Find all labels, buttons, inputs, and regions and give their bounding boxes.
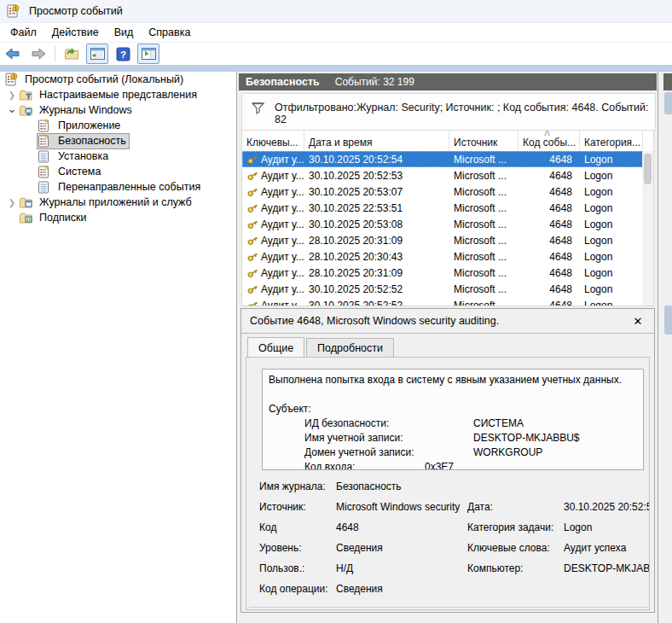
cell-keywords: Аудит у... — [242, 283, 304, 295]
tree-item-7[interactable]: Перенаправленные события — [0, 179, 236, 195]
column-header-3[interactable]: Код собы...ᐱ — [518, 131, 580, 151]
column-header-1[interactable]: Дата и время — [304, 131, 449, 151]
tree-item-3[interactable]: Приложение — [0, 118, 236, 133]
log-title: Безопасность — [246, 76, 320, 88]
tree-item-8[interactable]: ❯Журналы приложений и служб — [0, 195, 236, 210]
cell-source: Microsoft ... — [449, 202, 518, 214]
tree-item-body[interactable]: Система — [38, 165, 103, 179]
export-custom-view-button[interactable] — [61, 44, 83, 64]
keywords-text: Аудит у... — [261, 154, 304, 166]
audit-success-key-icon — [246, 154, 259, 165]
cell-event-id: 4648 — [518, 300, 580, 306]
chevron-right-icon[interactable]: ❯ — [5, 90, 19, 100]
field-value-2: 30.10.2025 20:52:54 — [564, 501, 649, 513]
toggle-action-pane-button[interactable] — [137, 44, 159, 64]
audit-success-key-icon — [246, 202, 259, 213]
tab-general[interactable]: Общие — [247, 337, 304, 357]
event-description-box[interactable]: Выполнена попытка входа в систему с явны… — [262, 369, 644, 470]
tree-item-body[interactable]: Безопасность — [38, 134, 129, 148]
tree-item-4[interactable]: Безопасность — [0, 133, 236, 148]
event-row-1[interactable]: Аудит у...30.10.2025 20:52:53Microsoft .… — [242, 167, 643, 183]
event-row-5[interactable]: Аудит у...28.10.2025 20:31:09Microsoft .… — [242, 232, 643, 248]
cell-keywords: Аудит у... — [242, 251, 304, 263]
menu-item-вид[interactable]: Вид — [107, 24, 142, 41]
tree-item-body[interactable]: Перенаправленные события — [38, 180, 203, 195]
arrow-left-icon — [4, 47, 21, 61]
cell-category: Logon — [580, 202, 643, 214]
description-intro: Выполнена попытка входа в систему с явны… — [269, 373, 643, 387]
tree-item-body[interactable]: Настраиваемые представления — [19, 88, 200, 102]
log-plain-icon — [38, 150, 52, 163]
cell-keywords: Аудит у... — [242, 235, 304, 247]
description-prop-3: Код входа:0x3E7 — [269, 460, 643, 470]
audit-success-key-icon — [246, 283, 259, 294]
tree-item-body[interactable]: Журналы приложений и служб — [19, 195, 194, 210]
column-header-label: Источник — [454, 137, 497, 148]
column-header-4[interactable]: Категория... — [580, 131, 643, 151]
event-row-8[interactable]: Аудит у...30.10.2025 20:52:52Microsoft .… — [242, 281, 643, 297]
field-label-2: Компьютер: — [467, 562, 523, 574]
tree-item-body[interactable]: Подписки — [19, 211, 89, 225]
field-label: Пользов.: — [259, 562, 304, 574]
cell-category: Logon — [580, 251, 643, 263]
field-value: Microsoft Windows security — [336, 501, 460, 513]
column-header-label: Категория... — [584, 137, 640, 148]
menu-item-справка[interactable]: Справка — [141, 24, 198, 41]
event-row-0[interactable]: Аудит у...30.10.2025 20:52:54Microsoft .… — [242, 151, 643, 167]
cell-event-id: 4648 — [518, 186, 580, 198]
column-header-0[interactable]: Ключевы... — [242, 131, 304, 151]
tree-item-2[interactable]: ⌄Журналы Windows — [0, 102, 236, 118]
tree-item-0[interactable]: Просмотр событий (Локальный) — [0, 72, 236, 87]
log-event-icon — [38, 119, 52, 132]
event-row-2[interactable]: Аудит у...30.10.2025 20:53:07Microsoft .… — [242, 183, 643, 200]
tree-item-body[interactable]: Установка — [38, 149, 111, 164]
tree-item-label: Подписки — [37, 211, 89, 224]
close-icon[interactable]: ✕ — [630, 313, 646, 329]
description-section: Субъект: — [269, 402, 643, 416]
keywords-text: Аудит у... — [261, 300, 304, 306]
event-row-9[interactable]: Аудит у...30.10.2025 20:52:52Microsoft .… — [242, 297, 643, 306]
tab-details[interactable]: Подробности — [306, 338, 394, 358]
cell-keywords: Аудит у... — [242, 267, 304, 279]
toggle-console-tree-button[interactable] — [86, 44, 108, 64]
toolbar: ? — [0, 43, 672, 65]
column-header-2[interactable]: Источник — [449, 131, 518, 151]
event-row-7[interactable]: Аудит у...28.10.2025 20:31:09Microsoft .… — [242, 265, 643, 281]
cell-keywords: Аудит у... — [242, 300, 304, 306]
chevron-right-icon[interactable]: ❯ — [5, 198, 19, 207]
event-fields-grid: Имя журнала:БезопасностьИсточник:Microso… — [246, 477, 649, 600]
event-list-scrollbar[interactable] — [642, 151, 653, 306]
tree-item-label: Приложение — [55, 119, 123, 132]
tree-item-9[interactable]: Подписки — [0, 210, 236, 225]
event-row-6[interactable]: Аудит у...28.10.2025 20:30:43Microsoft .… — [242, 248, 643, 265]
menu-item-действие[interactable]: Действие — [44, 24, 107, 41]
help-button[interactable]: ? — [112, 44, 134, 64]
tree-item-1[interactable]: ❯Настраиваемые представления — [0, 87, 236, 102]
cell-event-id: 4648 — [518, 235, 580, 247]
field-label: Уровень: — [259, 542, 302, 554]
field-row-0: Имя журнала:Безопасность — [246, 477, 649, 498]
actions-pane-scroll-thumb[interactable] — [664, 306, 672, 335]
tree-item-body[interactable]: Журналы Windows — [19, 103, 135, 118]
tree-item-label: Журналы Windows — [37, 103, 135, 117]
tree-item-body[interactable]: Приложение — [38, 119, 123, 133]
back-button[interactable] — [2, 44, 24, 64]
column-header-label: Дата и время — [309, 137, 372, 148]
tree-item-body[interactable]: Просмотр событий (Локальный) — [4, 73, 186, 87]
cell-keywords: Аудит у... — [242, 202, 304, 214]
scrollbar-thumb[interactable] — [644, 154, 652, 184]
filter-notice-bar: Отфильтровано:Журнал: Security; Источник… — [241, 93, 656, 131]
forward-button[interactable] — [27, 44, 49, 64]
event-row-4[interactable]: Аудит у...30.10.2025 20:53:08Microsoft .… — [242, 216, 643, 232]
cell-source: Microsoft ... — [449, 251, 518, 263]
chevron-down-icon[interactable]: ⌄ — [5, 102, 19, 115]
tree-item-5[interactable]: Установка — [0, 148, 236, 164]
tree-item-6[interactable]: Система — [0, 164, 236, 179]
menu-item-файл[interactable]: Файл — [3, 24, 44, 41]
log-event-icon — [38, 135, 52, 148]
cell-source: Microsoft ... — [449, 235, 518, 247]
field-value: Сведения — [336, 542, 383, 554]
prop-value: СИСТЕМА — [473, 416, 524, 431]
event-row-3[interactable]: Аудит у...30.10.2025 22:53:51Microsoft .… — [242, 200, 643, 216]
actions-pane-scroll-top[interactable] — [664, 92, 672, 114]
